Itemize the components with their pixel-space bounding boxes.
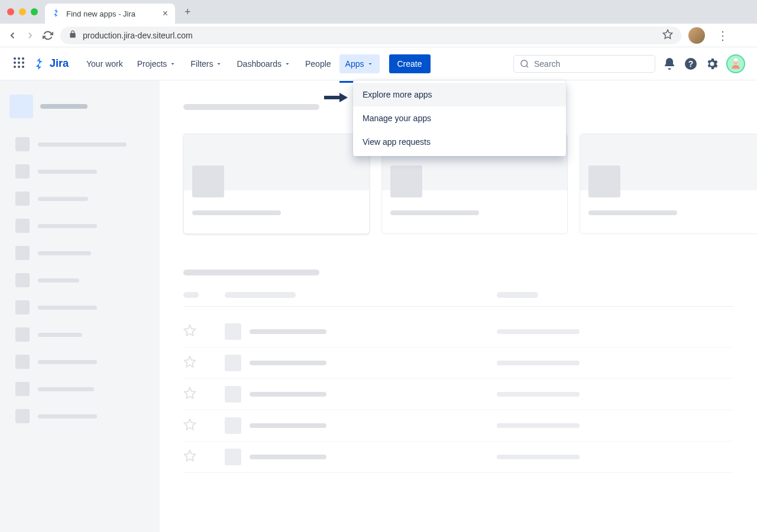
window-minimize[interactable] (19, 8, 26, 15)
svg-point-4 (18, 61, 20, 64)
sidebar-item[interactable] (9, 214, 150, 238)
apps-dropdown: Explore more apps Manage your apps View … (353, 80, 566, 156)
star-icon[interactable] (183, 329, 196, 339)
app-switcher-icon[interactable] (12, 56, 26, 72)
list-header (183, 292, 733, 307)
dropdown-view-app-requests[interactable]: View app requests (353, 130, 566, 154)
bookmark-star-icon[interactable] (662, 29, 673, 41)
dropdown-explore-more-apps[interactable]: Explore more apps (353, 83, 566, 106)
svg-point-7 (18, 66, 20, 68)
window-maximize[interactable] (31, 8, 38, 15)
browser-menu-icon[interactable]: ⋮ (712, 28, 733, 43)
browser-back-button[interactable] (7, 30, 18, 41)
help-icon[interactable]: ? (684, 57, 698, 71)
sidebar-item[interactable] (9, 241, 150, 265)
url-text: production.jira-dev.siteurl.com (83, 31, 193, 40)
browser-reload-button[interactable] (43, 30, 53, 41)
sidebar-item[interactable] (9, 187, 150, 210)
skeleton-heading (183, 270, 319, 275)
browser-tab-bar: Find new apps - Jira × + (0, 0, 757, 24)
nav-dashboards[interactable]: Dashboards (231, 54, 297, 73)
sidebar-item[interactable] (9, 268, 150, 292)
user-avatar[interactable] (726, 54, 745, 73)
svg-point-1 (18, 57, 20, 60)
header-right: Search ? (513, 54, 745, 73)
settings-icon[interactable] (705, 57, 719, 71)
list-row[interactable] (183, 442, 733, 473)
browser-toolbar: production.jira-dev.siteurl.com ⋮ (0, 24, 757, 47)
notifications-icon[interactable] (662, 57, 677, 71)
list-row[interactable] (183, 379, 733, 410)
sidebar-header (9, 95, 150, 118)
sidebar-item[interactable] (9, 323, 150, 346)
star-icon[interactable] (183, 423, 196, 433)
product-name: Jira (50, 57, 69, 70)
skeleton-heading (183, 104, 319, 110)
svg-point-9 (521, 60, 528, 67)
sidebar-item[interactable] (9, 160, 150, 183)
browser-tab[interactable]: Find new apps - Jira × (45, 4, 175, 24)
search-input[interactable]: Search (513, 55, 655, 73)
dropdown-manage-your-apps[interactable]: Manage your apps (353, 106, 566, 130)
svg-point-5 (22, 61, 24, 64)
svg-point-6 (14, 66, 16, 68)
app-card[interactable] (580, 134, 757, 234)
svg-point-8 (22, 66, 24, 68)
main-nav: Your work Projects Filters Dashboards Pe… (80, 54, 431, 73)
tab-close-icon[interactable]: × (163, 8, 168, 19)
jira-favicon (52, 8, 62, 20)
svg-point-3 (14, 61, 16, 64)
search-icon (520, 59, 529, 69)
window-controls (7, 8, 38, 15)
list-row[interactable] (183, 410, 733, 442)
list-row[interactable] (183, 316, 733, 348)
svg-text:?: ? (688, 59, 694, 69)
star-icon[interactable] (183, 360, 196, 370)
sidebar-item[interactable] (9, 350, 150, 374)
search-placeholder: Search (534, 59, 560, 69)
app-card[interactable] (183, 134, 370, 234)
lock-icon (69, 30, 77, 40)
address-bar[interactable]: production.jira-dev.siteurl.com (60, 27, 681, 44)
nav-apps[interactable]: Apps (339, 54, 380, 73)
sidebar-item[interactable] (9, 296, 150, 319)
star-icon[interactable] (183, 391, 196, 401)
annotation-arrow-icon (324, 92, 348, 106)
jira-header: Jira Your work Projects Filters Dashboar… (0, 47, 757, 80)
sidebar (0, 80, 160, 532)
window-close[interactable] (7, 8, 14, 15)
skeleton-text (40, 104, 88, 109)
sidebar-item[interactable] (9, 132, 150, 156)
nav-people[interactable]: People (299, 54, 337, 73)
skeleton-icon (9, 95, 33, 118)
svg-point-2 (22, 57, 24, 60)
sidebar-item[interactable] (9, 377, 150, 401)
sidebar-item[interactable] (9, 404, 150, 428)
new-tab-button[interactable]: + (180, 4, 196, 21)
nav-projects[interactable]: Projects (131, 54, 183, 73)
browser-forward-button[interactable] (25, 30, 35, 41)
jira-logo[interactable]: Jira (33, 57, 69, 71)
browser-profile-avatar[interactable] (688, 27, 705, 44)
nav-your-work[interactable]: Your work (80, 54, 129, 73)
tab-title: Find new apps - Jira (66, 9, 135, 18)
svg-point-0 (14, 57, 16, 60)
create-button[interactable]: Create (389, 54, 431, 73)
star-icon[interactable] (183, 454, 196, 464)
list-row[interactable] (183, 348, 733, 379)
nav-filters[interactable]: Filters (185, 54, 228, 73)
